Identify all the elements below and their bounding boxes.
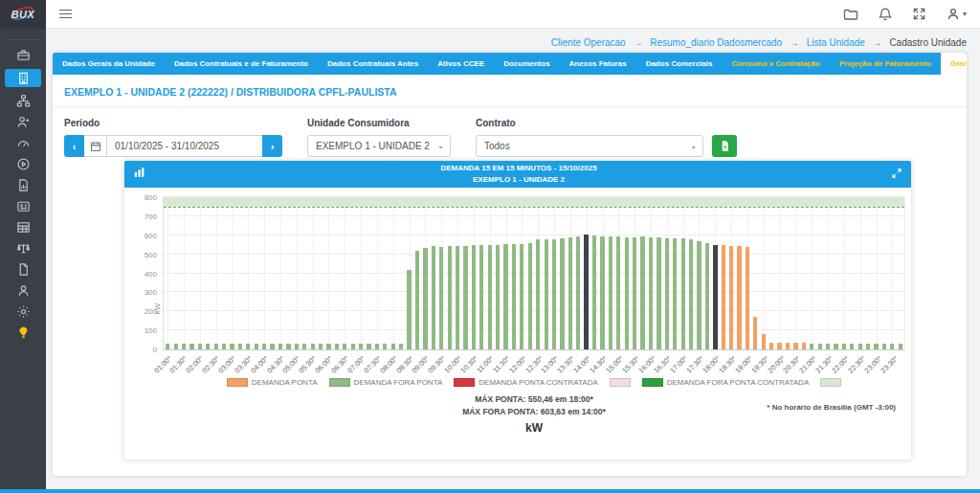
sidebar-item-list-card[interactable] (5, 199, 41, 213)
legend-swatch (454, 378, 475, 387)
export-excel-button[interactable]: x (712, 135, 737, 157)
gridline-x (280, 197, 281, 349)
x-tick-label: 02:00* (185, 354, 206, 375)
breadcrumb-link[interactable]: Cliente Operacao (551, 37, 626, 48)
x-tick-label: 06:30* (329, 354, 350, 375)
x-tick-label: 21:00* (798, 354, 819, 375)
sidebar-item-lightbulb[interactable] (5, 325, 41, 340)
sidebar-item-scale[interactable] (5, 241, 41, 256)
bar-21:00 (810, 344, 813, 349)
bar-06:45 (351, 344, 355, 349)
gridline-x (393, 197, 394, 349)
timezone-note: * No horário de Brasília (GMT -3:00) (767, 403, 896, 412)
folder-icon[interactable] (843, 7, 858, 22)
topbar: ▾ (46, 0, 980, 29)
y-tick-label: 800 (145, 193, 157, 202)
sidebar-item-user[interactable] (5, 283, 41, 298)
bar-04:15 (270, 344, 274, 349)
tab-dados-gerais-da-unidade[interactable]: Dados Gerais da Unidade (53, 53, 165, 75)
bell-icon[interactable] (878, 7, 893, 22)
legend-swatch (227, 378, 248, 387)
breadcrumb-separator: → (787, 37, 802, 48)
legend-item-demanda-fora-ponta-contratada[interactable]: DEMANDA FORA PONTA CONTRATADA (642, 378, 809, 387)
sidebar-item-gear[interactable] (5, 304, 41, 319)
sidebar-item-briefcase[interactable] (5, 48, 41, 62)
legend-swatch (610, 378, 631, 387)
tab-anexos-faturas[interactable]: Anexos Faturas (560, 53, 636, 75)
bottom-accent-bar (0, 489, 980, 493)
x-tick-label: 05:30* (298, 354, 319, 375)
tab-proje-o-de-faturamento[interactable]: Projeção de Faturamento (830, 53, 941, 75)
chart-body: kW 0100200300400500600700800 01:00*01:30… (124, 188, 911, 437)
legend-label: DEMANDA FORA PONTA CONTRATADA (667, 378, 809, 387)
periodo-next-button[interactable]: › (262, 135, 282, 157)
gridline-x (361, 197, 362, 349)
tab-documentos[interactable]: Documentos (494, 53, 559, 75)
chart-footer: MÁX PONTA: 550,46 em 18:00* MÁX FORA PON… (163, 393, 905, 437)
unidade-select[interactable]: EXEMPLO 1 - UNIDADE 2 ⌄ (307, 135, 451, 157)
legend-item-band[interactable] (820, 378, 841, 387)
gridline-x (264, 197, 265, 349)
sidebar-item-gauge[interactable] (5, 136, 41, 150)
x-tick-label: 14:30* (588, 354, 609, 375)
bar-23:30 (890, 344, 894, 349)
topbar-actions: ▾ (843, 7, 967, 22)
x-tick-label: 12:00* (507, 354, 528, 375)
user-menu[interactable]: ▾ (946, 7, 967, 22)
user-plus-icon (16, 115, 31, 129)
legend-item-band[interactable] (610, 378, 631, 387)
bar-23:00 (874, 344, 878, 349)
sidebar-item-file-chart[interactable] (5, 178, 41, 192)
tab-dados-contratuais-e-de-faturamento[interactable]: Dados Contratuais e de Faturamento (165, 53, 318, 75)
x-axis-labels: 01:00*01:30*02:00*02:30*03:00*03:30*04:0… (163, 350, 905, 376)
periodo-input[interactable] (107, 141, 262, 151)
building-icon (16, 71, 31, 85)
sidebar-item-building[interactable] (5, 69, 41, 87)
bar-17:15 (689, 239, 693, 349)
legend-label: DEMANDA PONTA CONTRATADA (479, 378, 597, 387)
legend-item-demanda-fora-ponta[interactable]: DEMANDA FORA PONTA (329, 378, 443, 387)
tab-consumo-x-contrata-o[interactable]: Consumo x Contratação (722, 53, 829, 75)
menu-toggle-icon[interactable] (59, 10, 72, 19)
tab-grandezas-el-tricas[interactable]: Grandezas Elétricas (941, 53, 967, 75)
contrato-select[interactable]: Todos ⌄ (476, 135, 703, 157)
tab-dados-contratuais-antes[interactable]: Dados Contratuais Antes (318, 53, 428, 75)
filter-unidade: Unidade Consumidora EXEMPLO 1 - UNIDADE … (307, 118, 451, 157)
expand-icon[interactable] (912, 7, 926, 21)
tab-ativos-ccee[interactable]: Ativos CCEE (428, 53, 494, 75)
chevron-down-icon: ⌄ (437, 142, 444, 150)
bar-22:45 (866, 344, 870, 349)
sidebar-item-table[interactable] (5, 220, 41, 235)
gridline-y (164, 254, 904, 255)
sidebar-item-sitemap[interactable] (5, 94, 41, 108)
x-tick-label: 10:30* (458, 354, 479, 375)
bar-13:45 (576, 236, 580, 349)
periodo-prev-button[interactable]: ‹ (64, 135, 84, 157)
bar-21:15 (818, 344, 822, 349)
x-tick-label: 07:30* (362, 354, 383, 375)
app-logo[interactable]: BUX (0, 0, 46, 29)
chart-expand-icon[interactable] (891, 166, 902, 183)
legend-item-demanda-ponta[interactable]: DEMANDA PONTA (227, 378, 318, 387)
gridline-x (313, 197, 314, 349)
calendar-icon[interactable] (84, 136, 107, 156)
bar-09:30 (439, 247, 443, 349)
page-title: EXEMPLO 1 - UNIDADE 2 (222222) / DISTRIB… (53, 75, 967, 107)
bar-21:45 (834, 344, 837, 349)
legend-swatch (642, 378, 663, 387)
bar-06:30 (343, 344, 346, 349)
bar-02:00 (198, 344, 202, 349)
breadcrumb-link[interactable]: Resumo_diario Dadosmercado (650, 37, 782, 48)
contracted-fora-ponta-band (164, 197, 904, 207)
bar-15:30 (633, 237, 636, 349)
tab-dados-comerciais[interactable]: Dados Comerciais (636, 53, 723, 75)
bar-10:30 (472, 245, 476, 349)
contracted-fora-ponta-line (164, 207, 904, 208)
breadcrumb-link[interactable]: Lista Unidade (807, 37, 865, 48)
sidebar-item-user-plus[interactable] (5, 115, 41, 129)
legend-item-demanda-ponta-contratada[interactable]: DEMANDA PONTA CONTRATADA (454, 378, 597, 387)
sidebar-item-play-circle[interactable] (5, 157, 41, 171)
y-tick-label: 100 (145, 326, 157, 335)
x-tick-label: 18:00* (701, 354, 722, 375)
sidebar-item-file[interactable] (5, 262, 41, 277)
